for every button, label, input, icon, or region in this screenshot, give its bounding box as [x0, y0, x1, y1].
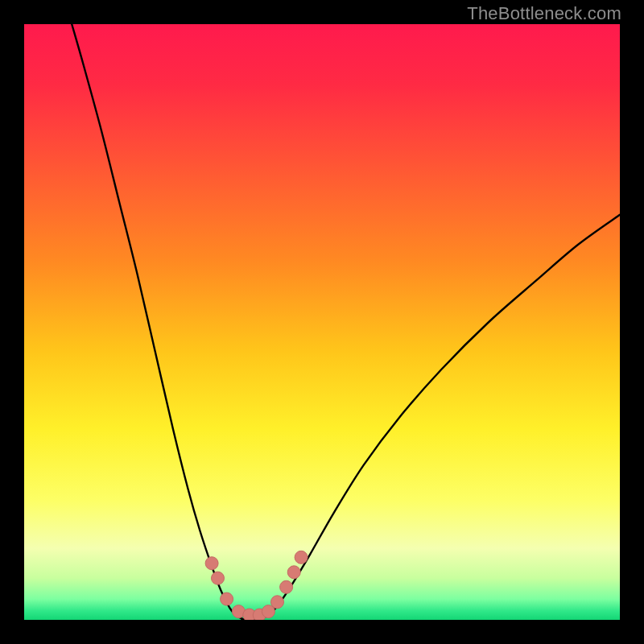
curve-right	[262, 215, 620, 619]
data-marker	[271, 596, 284, 609]
data-marker	[280, 580, 293, 593]
data-marker	[205, 557, 218, 570]
curve-layer	[24, 24, 620, 620]
watermark-text: TheBottleneck.com	[467, 3, 621, 24]
plot-area	[24, 24, 620, 620]
data-marker	[287, 566, 300, 579]
data-marker	[221, 592, 233, 605]
chart-frame: TheBottleneck.com	[0, 0, 644, 644]
data-marker	[295, 551, 308, 564]
data-marker	[212, 572, 225, 584]
curve-left	[72, 24, 242, 619]
data-markers	[205, 551, 308, 620]
